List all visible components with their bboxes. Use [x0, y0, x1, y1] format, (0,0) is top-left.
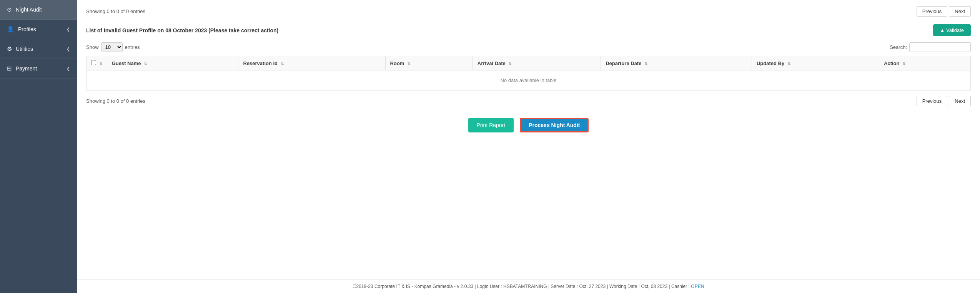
th-departure-date-label: Departure Date [606, 60, 641, 66]
entries-select[interactable]: 10 25 50 100 [101, 42, 123, 52]
top-previous-button[interactable]: Previous [917, 6, 948, 17]
sort-icon: ⇅ [144, 62, 147, 66]
sidebar-item-utilities[interactable]: ⚙ Utilities ❮ [0, 39, 77, 59]
sidebar-item-label: Utilities [16, 46, 33, 52]
chevron-icon: ❮ [67, 27, 70, 32]
sort-icon: ⇅ [644, 62, 647, 66]
th-guest-name: Guest Name ⇅ [107, 56, 238, 70]
bottom-pagination-buttons: Previous Next [917, 96, 971, 106]
print-report-button[interactable]: Print Report [468, 118, 514, 132]
table-header-row: ⇅ Guest Name ⇅ Reservation Id ⇅ Room ⇅ [87, 56, 971, 70]
sort-icon: ⇅ [508, 62, 511, 66]
no-data-cell: No data available in table [87, 70, 971, 90]
sort-icon: ⇅ [99, 62, 102, 66]
section-title: List of Invalid Guest Profile on 08 Octo… [86, 27, 278, 33]
utilities-icon: ⚙ [7, 45, 12, 52]
th-room-label: Room [390, 60, 404, 66]
profiles-icon: 👤 [7, 26, 14, 33]
sidebar-item-profiles[interactable]: 👤 Profiles ❮ [0, 20, 77, 39]
payment-icon: ⊟ [7, 65, 12, 72]
night-audit-icon: ⊙ [7, 6, 12, 13]
table-head: ⇅ Guest Name ⇅ Reservation Id ⇅ Room ⇅ [87, 56, 971, 70]
top-entries-info: Showing 0 to 0 of 0 entries [86, 8, 145, 14]
th-checkbox: ⇅ [87, 56, 107, 70]
th-reservation-id: Reservation Id ⇅ [238, 56, 385, 70]
footer-cashier-status[interactable]: OPEN [691, 284, 704, 289]
top-next-button[interactable]: Next [949, 6, 971, 17]
section-header: List of Invalid Guest Profile on 08 Octo… [86, 24, 971, 36]
th-departure-date: Departure Date ⇅ [601, 56, 752, 70]
sidebar-item-label: Night Audit [16, 7, 42, 13]
validate-button[interactable]: ▲ Validate [933, 24, 971, 36]
show-entries-control: Show 10 25 50 100 entries [86, 42, 140, 52]
table-body: No data available in table [87, 70, 971, 90]
content-area: Showing 0 to 0 of 0 entries Previous Nex… [77, 0, 980, 280]
th-action: Action ⇅ [879, 56, 971, 70]
select-all-checkbox[interactable] [91, 60, 96, 65]
footer-copyright: ©2019-23 [353, 284, 373, 289]
top-pagination-row: Showing 0 to 0 of 0 entries Previous Nex… [86, 6, 971, 17]
sort-icon: ⇅ [407, 62, 410, 66]
sidebar-item-label: Profiles [18, 26, 36, 32]
bottom-pagination-row: Showing 0 to 0 of 0 entries Previous Nex… [86, 96, 971, 106]
search-box: Search: [890, 42, 971, 52]
footer-working-date: Oct, 08 2023 [641, 284, 667, 289]
th-action-label: Action [884, 60, 899, 66]
sidebar-item-label: Payment [16, 65, 37, 72]
th-reservation-id-label: Reservation Id [243, 60, 278, 66]
sort-icon: ⇅ [281, 62, 284, 66]
sort-icon: ⇅ [787, 62, 790, 66]
bottom-previous-button[interactable]: Previous [917, 96, 948, 106]
th-updated-by: Updated By ⇅ [752, 56, 879, 70]
top-pagination-buttons: Previous Next [917, 6, 971, 17]
footer: ©2019-23 Corporate IT & IS - Kompas Gram… [77, 280, 980, 293]
th-guest-name-label: Guest Name [112, 60, 141, 66]
bottom-entries-info: Showing 0 to 0 of 0 entries [86, 98, 145, 104]
bottom-next-button[interactable]: Next [949, 96, 971, 106]
process-night-audit-button[interactable]: Process Night Audit [520, 118, 589, 132]
search-input[interactable] [909, 42, 971, 52]
no-data-row: No data available in table [87, 70, 971, 90]
sidebar: ⊙ Night Audit 👤 Profiles ❮ ⚙ Utilities ❮… [0, 0, 77, 293]
sort-icon: ⇅ [902, 62, 905, 66]
th-arrival-date-label: Arrival Date [478, 60, 506, 66]
sidebar-item-night-audit[interactable]: ⊙ Night Audit [0, 0, 77, 20]
th-updated-by-label: Updated By [757, 60, 784, 66]
main-content: Showing 0 to 0 of 0 entries Previous Nex… [77, 0, 980, 293]
data-table: ⇅ Guest Name ⇅ Reservation Id ⇅ Room ⇅ [86, 56, 971, 90]
entries-label: entries [125, 44, 140, 50]
chevron-icon: ❮ [67, 66, 70, 71]
th-room: Room ⇅ [385, 56, 473, 70]
th-arrival-date: Arrival Date ⇅ [473, 56, 601, 70]
sidebar-item-payment[interactable]: ⊟ Payment ❮ [0, 59, 77, 79]
footer-cashier-label: Cashier : [671, 284, 690, 289]
footer-login-user: HSBATAMTRAINING [503, 284, 547, 289]
table-controls: Show 10 25 50 100 entries Search: [86, 42, 971, 52]
footer-version: v 2.0.33 [457, 284, 473, 289]
footer-company: Corporate IT & IS - Kompas Gramedia - [374, 284, 457, 289]
footer-login-user-label: Login User : [477, 284, 502, 289]
action-buttons-row: Print Report Process Night Audit [86, 118, 971, 132]
footer-server-date-label: Server Date : [551, 284, 578, 289]
search-label: Search: [890, 44, 907, 50]
footer-working-date-label: Working Date : [609, 284, 640, 289]
chevron-icon: ❮ [67, 47, 70, 52]
footer-server-date: Oct, 27 2023 [579, 284, 606, 289]
show-label: Show [86, 44, 99, 50]
